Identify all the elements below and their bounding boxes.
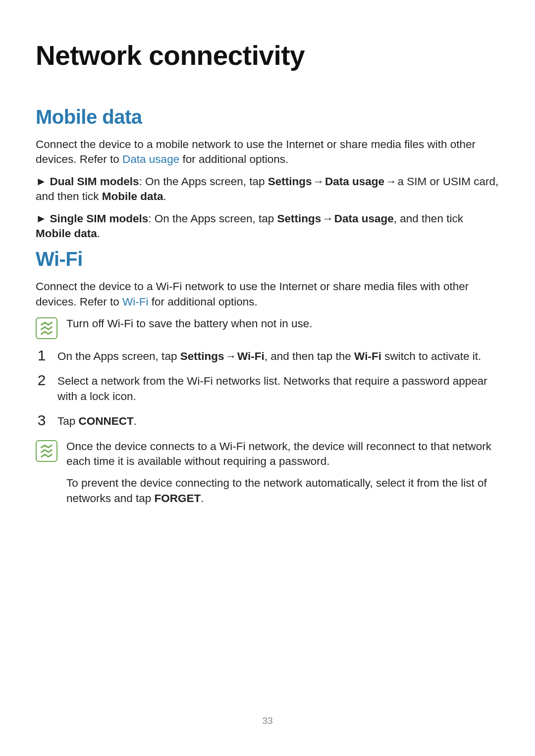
note-text: Once the device connects to a Wi-Fi netw… <box>66 439 499 469</box>
ui-mobile-data: Mobile data <box>102 190 163 202</box>
label-dual-sim: Dual SIM models <box>50 175 139 188</box>
step-number: 2 <box>36 373 48 388</box>
step-item: 2 Select a network from the Wi-Fi networ… <box>36 374 499 404</box>
text: : On the Apps screen, tap <box>148 212 277 225</box>
ui-wifi-switch: Wi-Fi <box>354 350 381 362</box>
note-icon <box>36 317 57 339</box>
note-icon <box>36 440 57 462</box>
bullet-marker: ► <box>36 175 50 188</box>
text: On the Apps screen, tap <box>57 350 180 362</box>
ui-settings: Settings <box>180 350 224 362</box>
text: Select a network from the Wi-Fi networks… <box>57 375 487 402</box>
step-item: 3 Tap CONNECT. <box>36 414 499 429</box>
mobile-data-single-sim: ► Single SIM models: On the Apps screen,… <box>36 211 499 242</box>
step-item: 1 On the Apps screen, tap Settings → Wi-… <box>36 349 499 364</box>
text: Tap <box>57 415 79 427</box>
arrow-icon: → <box>384 174 398 189</box>
note-body: Turn off Wi-Fi to save the battery when … <box>66 316 499 338</box>
step-number: 3 <box>36 413 48 428</box>
steps-list: 1 On the Apps screen, tap Settings → Wi-… <box>36 349 499 429</box>
note-body: Once the device connects to a Wi-Fi netw… <box>66 439 499 513</box>
text: switch to activate it. <box>381 350 481 362</box>
ui-wifi: Wi-Fi <box>237 350 265 362</box>
text: . <box>201 492 204 504</box>
mobile-data-dual-sim: ► Dual SIM models: On the Apps screen, t… <box>36 174 499 204</box>
text: for additional options. <box>149 296 258 308</box>
text: . <box>163 190 166 202</box>
text: , and then tap the <box>265 350 354 362</box>
section-heading-wifi: Wi-Fi <box>36 248 499 270</box>
text: : On the Apps screen, tap <box>139 175 268 188</box>
label-single-sim: Single SIM models <box>50 212 149 225</box>
text: . <box>97 227 100 240</box>
ui-data-usage: Data usage <box>325 175 384 188</box>
step-number: 1 <box>36 348 48 363</box>
ui-settings: Settings <box>277 212 321 225</box>
arrow-icon: → <box>224 349 237 364</box>
note-text: To prevent the device connecting to the … <box>66 476 499 506</box>
step-body: On the Apps screen, tap Settings → Wi-Fi… <box>57 349 499 364</box>
ui-mobile-data: Mobile data <box>36 227 97 240</box>
text: To prevent the device connecting to the … <box>66 477 487 504</box>
ui-data-usage: Data usage <box>334 212 394 225</box>
chapter-title: Network connectivity <box>36 40 499 71</box>
note-block: Turn off Wi-Fi to save the battery when … <box>36 316 499 339</box>
step-body: Tap CONNECT. <box>57 414 499 429</box>
arrow-icon: → <box>312 174 325 189</box>
ui-forget: FORGET <box>155 492 201 504</box>
arrow-icon: → <box>321 211 334 226</box>
note-text: Turn off Wi-Fi to save the battery when … <box>66 316 499 331</box>
mobile-data-intro: Connect the device to a mobile network t… <box>36 137 499 167</box>
ui-connect: CONNECT <box>79 415 134 427</box>
text: . <box>134 415 137 427</box>
text: for additional options. <box>179 153 288 165</box>
link-wifi[interactable]: Wi-Fi <box>122 296 148 308</box>
note-block: Once the device connects to a Wi-Fi netw… <box>36 439 499 513</box>
bullet-marker: ► <box>36 212 50 225</box>
document-page: Network connectivity Mobile data Connect… <box>0 0 535 756</box>
link-data-usage[interactable]: Data usage <box>122 153 179 165</box>
step-body: Select a network from the Wi-Fi networks… <box>57 374 499 404</box>
section-heading-mobile-data: Mobile data <box>36 106 499 128</box>
wifi-intro: Connect the device to a Wi-Fi network to… <box>36 279 499 309</box>
text: , and then tick <box>394 212 463 225</box>
ui-settings: Settings <box>268 175 312 188</box>
page-number: 33 <box>0 715 535 726</box>
